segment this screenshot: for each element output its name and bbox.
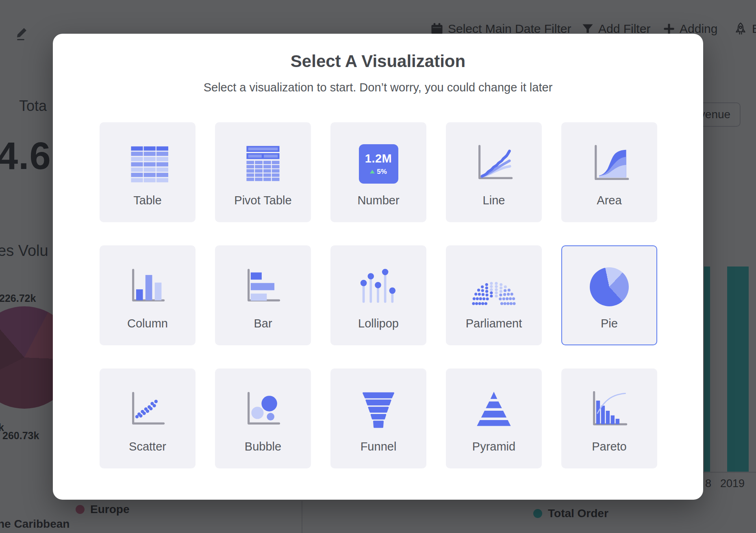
tile-label: Pareto [592,440,626,453]
modal-subtitle: Select a visualization to start. Don’t w… [53,81,703,94]
tile-label: Line [483,194,505,207]
table-icon [124,141,172,186]
tile-label: Parliament [466,317,522,330]
number-icon-delta: 5% [377,168,387,176]
line-icon [470,141,518,186]
tile-label: Area [597,194,621,207]
tile-label: Scatter [129,440,166,453]
tile-label: Funnel [361,440,397,453]
tile-label: Number [357,194,399,207]
tile-pivot-table[interactable]: Pivot Table [215,122,311,222]
select-visualization-modal: Select A Visualization Select a visualiz… [53,34,703,500]
tile-number[interactable]: 1.2M 5% Number [330,122,426,222]
pyramid-icon [470,387,518,433]
tile-label: Pivot Table [234,194,291,207]
number-icon: 1.2M 5% [354,141,402,186]
tile-bar[interactable]: Bar [215,245,311,345]
pie-icon [585,264,633,310]
tile-line[interactable]: Line [446,122,542,222]
tile-label: Pie [601,317,618,330]
pareto-icon [585,387,633,433]
tile-lollipop[interactable]: Lollipop [330,245,426,345]
tile-pie[interactable]: Pie [561,245,657,345]
tile-pareto[interactable]: Pareto [561,368,657,468]
column-icon [124,264,172,310]
tile-label: Bar [254,317,272,330]
bar-icon [239,264,287,310]
bubble-icon [239,387,287,433]
tile-label: Lollipop [358,317,399,330]
tile-label: Pyramid [472,440,515,453]
modal-title: Select A Visualization [53,52,703,71]
tile-column[interactable]: Column [100,245,196,345]
tile-area[interactable]: Area [561,122,657,222]
delta-up-icon [370,170,375,173]
tile-label: Column [127,317,168,330]
screen: Select Main Date Filter Add Filter Addin… [0,0,756,533]
funnel-icon [354,387,402,433]
lollipop-icon [354,264,402,310]
tile-label: Bubble [245,440,281,453]
tile-parliament[interactable]: Parliament [446,245,542,345]
area-icon [585,141,633,186]
tile-label: Table [133,194,161,207]
pivot-table-icon [239,141,287,186]
visualization-grid: Table [100,122,657,468]
tile-scatter[interactable]: Scatter [100,368,196,468]
tile-table[interactable]: Table [100,122,196,222]
tile-bubble[interactable]: Bubble [215,368,311,468]
number-icon-value: 1.2M [365,152,392,165]
scatter-icon [124,387,172,433]
tile-pyramid[interactable]: Pyramid [446,368,542,468]
tile-funnel[interactable]: Funnel [330,368,426,468]
parliament-icon [470,264,518,310]
